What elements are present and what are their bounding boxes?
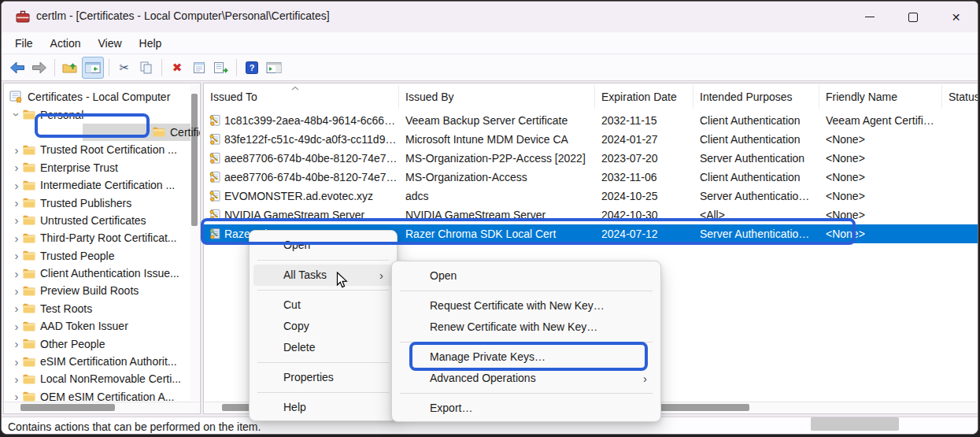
chevron-collapsed-icon[interactable]: ›: [10, 356, 23, 368]
cut-button[interactable]: ✂: [114, 57, 135, 78]
table-row-intune[interactable]: 83fe122f-c51c-49dc-a0f3-cc11d9… Microsof…: [204, 130, 978, 149]
copy-button[interactable]: [136, 57, 157, 78]
tree-item-other-people[interactable]: ›Other People: [4, 335, 194, 352]
chevron-collapsed-icon[interactable]: ›: [10, 214, 23, 226]
context-menu-item-delete[interactable]: Delete: [253, 337, 393, 358]
up-one-level-button[interactable]: [60, 57, 80, 78]
tree-item-intermediate[interactable]: ›Intermediate Certification ...: [4, 176, 194, 194]
tree-item-third-party-root[interactable]: ›Third-Party Root Certificat...: [4, 229, 194, 246]
column-header-intended-purposes[interactable]: Intended Purposes: [693, 85, 819, 109]
menu-file[interactable]: File: [6, 35, 42, 52]
svg-text:?: ?: [250, 63, 255, 72]
maximize-icon: [908, 13, 918, 22]
tree-item-preview-build-roots[interactable]: ›Preview Build Roots: [4, 282, 194, 299]
maximize-button[interactable]: [891, 2, 934, 32]
close-button[interactable]: ✕: [934, 2, 978, 32]
tree-item-aad-token-issuer[interactable]: ›AAD Token Issuer: [4, 317, 194, 335]
tree-item-client-auth-issuers[interactable]: ›Client Authentication Issue...: [4, 265, 194, 282]
certificate-key-icon: [209, 114, 221, 127]
properties-button[interactable]: [189, 57, 209, 78]
copy-icon: [139, 61, 153, 74]
scrollbar-thumb[interactable]: [191, 94, 198, 226]
table-row-nvidia[interactable]: NVIDIA GameStream Server NVIDIA GameStre…: [204, 206, 978, 224]
column-header-friendly-name[interactable]: Friendly Name: [819, 85, 942, 109]
chevron-collapsed-icon[interactable]: ›: [10, 197, 23, 209]
folder-icon: [23, 391, 35, 402]
submenu-item-renew-certificate[interactable]: Renew Certificate with New Key…: [396, 317, 656, 338]
minimize-button[interactable]: [848, 2, 891, 32]
chevron-collapsed-icon[interactable]: ›: [10, 373, 23, 385]
column-header-expiration-date[interactable]: Expiration Date: [595, 85, 693, 109]
context-menu-item-properties[interactable]: Properties: [253, 367, 393, 388]
export-list-button[interactable]: [211, 57, 231, 78]
table-row-ms-org-p2p[interactable]: aee87706-674b-40be-8120-74e7… MS-Organiz…: [204, 149, 978, 168]
action-pane-icon: [266, 61, 282, 74]
tree-item-certificates[interactable]: Certificates: [4, 124, 201, 141]
submenu-item-export[interactable]: Export…: [396, 398, 656, 419]
help-icon: ?: [246, 61, 258, 74]
tree-horizontal-scrollbar[interactable]: [5, 402, 199, 413]
chevron-collapsed-icon[interactable]: ›: [10, 180, 23, 191]
menu-bar: File Action View Help: [2, 32, 978, 54]
menu-separator: [257, 290, 389, 291]
submenu-item-open[interactable]: Open: [396, 265, 656, 287]
menu-separator: [400, 342, 653, 343]
show-action-pane-button[interactable]: [264, 57, 284, 78]
chevron-collapsed-icon[interactable]: ›: [10, 391, 23, 402]
tree-item-personal[interactable]: › Personal: [4, 106, 194, 123]
table-row-veeam[interactable]: 1c81c399-2aea-48b4-9614-6c66… Veeam Back…: [204, 111, 978, 130]
cut-icon: ✂: [120, 61, 130, 75]
list-header: Issued To Issued By Expiration Date Inte…: [204, 85, 978, 109]
scrollbar-thumb[interactable]: [20, 404, 115, 411]
tree-item-test-roots[interactable]: ›Test Roots: [4, 300, 194, 317]
submenu-item-request-certificate[interactable]: Request Certificate with New Key…: [396, 295, 656, 317]
menu-view[interactable]: View: [89, 35, 130, 52]
tree-root-certificates-local-computer[interactable]: Certificates - Local Computer: [4, 88, 193, 106]
chevron-collapsed-icon[interactable]: ›: [10, 144, 23, 156]
chevron-collapsed-icon[interactable]: ›: [10, 285, 23, 297]
help-button[interactable]: ?: [242, 57, 262, 78]
forward-button[interactable]: [29, 57, 50, 78]
chevron-collapsed-icon[interactable]: ›: [10, 320, 23, 332]
chevron-collapsed-icon[interactable]: ›: [10, 250, 23, 261]
tree-item-esim-cert-authorities[interactable]: ›eSIM Certification Authorit...: [4, 353, 194, 370]
context-menu-item-help[interactable]: Help: [253, 397, 393, 418]
column-header-status[interactable]: Status: [942, 85, 978, 109]
menu-help[interactable]: Help: [131, 35, 171, 52]
tree-item-trusted-publishers[interactable]: ›Trusted Publishers: [4, 194, 194, 211]
tree-item-untrusted-certificates[interactable]: ›Untrusted Certificates: [4, 212, 194, 229]
show-console-tree-button[interactable]: [82, 57, 104, 79]
chevron-expanded-icon[interactable]: ›: [11, 109, 23, 121]
folder-icon: [23, 321, 35, 331]
tree-item-enterprise-trust[interactable]: ›Enterprise Trust: [4, 159, 194, 176]
back-button[interactable]: [7, 57, 28, 78]
table-row-ms-org-access[interactable]: aee87706-674b-40be-8120-74e7… MS-Organiz…: [204, 168, 978, 187]
folder-icon: [23, 339, 35, 349]
submenu-item-advanced-operations[interactable]: Advanced Operations›: [396, 368, 656, 389]
table-row-evomonster[interactable]: EVOMONSTER.ad.evotec.xyz adcs 2024-10-25…: [204, 187, 978, 206]
context-menu-item-copy[interactable]: Copy: [253, 316, 393, 337]
tree-item-trusted-people[interactable]: ›Trusted People: [4, 247, 194, 265]
context-menu: Open All Tasks› Cut Copy Delete Properti…: [249, 230, 398, 421]
folder-icon: [23, 374, 35, 384]
context-menu-item-cut[interactable]: Cut: [253, 294, 393, 316]
chevron-collapsed-icon[interactable]: ›: [10, 161, 23, 173]
context-menu-item-all-tasks[interactable]: All Tasks›: [253, 265, 393, 286]
chevron-collapsed-icon[interactable]: ›: [10, 232, 23, 244]
folder-icon: [23, 145, 35, 155]
up-folder-icon: [62, 61, 78, 74]
column-header-issued-by[interactable]: Issued By: [399, 85, 595, 109]
context-menu-item-open[interactable]: Open: [253, 235, 393, 256]
submenu-item-manage-private-keys[interactable]: Manage Private Keys…: [396, 346, 656, 368]
folder-icon: [23, 357, 35, 367]
chevron-collapsed-icon[interactable]: ›: [10, 338, 23, 350]
delete-button[interactable]: ✖: [167, 57, 187, 78]
chevron-collapsed-icon[interactable]: ›: [10, 268, 23, 280]
chevron-collapsed-icon[interactable]: ›: [10, 302, 23, 314]
tree-item-local-nonremovable[interactable]: ›Local NonRemovable Certi...: [4, 370, 194, 387]
tree-item-trusted-root[interactable]: ›Trusted Root Certification ...: [4, 141, 194, 158]
column-header-issued-to[interactable]: Issued To: [204, 85, 399, 109]
certificates-snapin-icon: [9, 91, 23, 103]
menu-action[interactable]: Action: [42, 35, 90, 52]
folder-icon: [23, 303, 35, 313]
